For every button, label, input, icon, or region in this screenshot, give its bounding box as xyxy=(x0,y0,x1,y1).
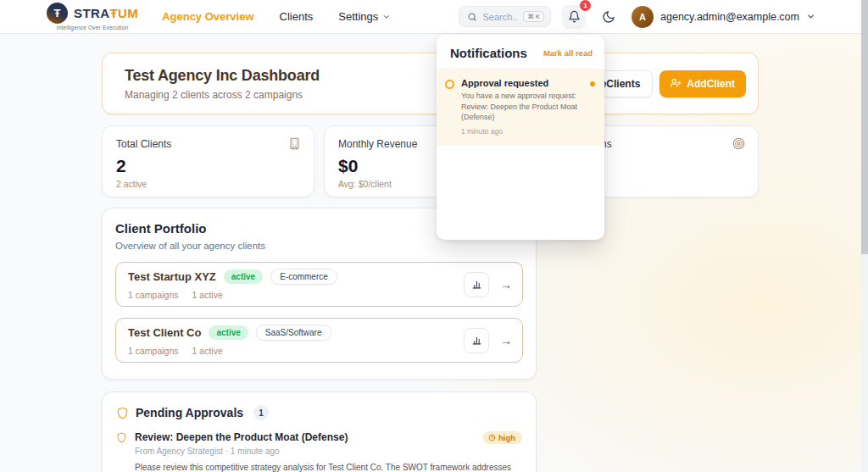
arrow-right-icon[interactable]: → xyxy=(500,278,512,292)
page-body: Test Agency Inc Dashboard Managing 2 cli… xyxy=(0,34,868,472)
building-icon xyxy=(288,137,301,150)
brand[interactable]: Ŧ STRAŦUM Intelligence Over Execution xyxy=(47,3,138,31)
client-analytics-button[interactable] xyxy=(464,272,489,297)
target-icon xyxy=(732,137,745,150)
search-input[interactable] xyxy=(482,12,518,22)
client-active-count: 1 active xyxy=(192,346,223,356)
top-bar: Ŧ STRAŦUM Intelligence Over Execution Ag… xyxy=(0,0,868,34)
nav-settings[interactable]: Settings xyxy=(338,10,391,23)
moon-icon xyxy=(602,10,615,24)
shield-icon xyxy=(116,432,127,443)
priority-badge: high xyxy=(483,431,522,444)
client-campaigns-count: 1 campaigns xyxy=(128,290,179,300)
notifications-count-badge: 1 xyxy=(580,0,591,11)
client-campaigns-count: 1 campaigns xyxy=(128,346,179,356)
avatar: A xyxy=(632,6,654,28)
client-name: Test Startup XYZ xyxy=(128,270,216,283)
notification-title: Approval requested xyxy=(461,78,580,88)
approval-meta: From Agency Strategist · 1 minute ago xyxy=(135,447,522,456)
approval-title: Review: Deepen the Product Moat (Defense… xyxy=(135,431,348,443)
search-box[interactable]: ⌘ K xyxy=(459,6,551,27)
account-email: agency.admin@example.com xyxy=(660,11,799,23)
approval-description: Please review this competitive strategy … xyxy=(135,462,518,472)
dashboard-header-card: Test Agency Inc Dashboard Managing 2 cli… xyxy=(102,53,759,114)
arrow-right-icon[interactable]: → xyxy=(500,334,512,347)
notifications-panel-title: Notifications xyxy=(450,46,527,60)
client-row-test-startup-xyz[interactable]: Test Startup XYZ active E-commerce 1 cam… xyxy=(115,262,523,307)
approval-item[interactable]: Review: Deepen the Product Moat (Defense… xyxy=(116,431,522,472)
approvals-title: Pending Approvals xyxy=(136,406,243,419)
chevron-down-icon xyxy=(806,12,815,21)
client-name: Test Client Co xyxy=(128,326,201,339)
bell-icon xyxy=(568,10,581,23)
approvals-count-badge: 1 xyxy=(253,405,269,420)
pending-approvals-card: Pending Approvals 1 Review: Deepen the P… xyxy=(102,391,537,472)
status-badge: active xyxy=(209,325,248,340)
logo-letter: Ŧ xyxy=(54,7,61,19)
notification-item[interactable]: Approval requested You have a new approv… xyxy=(437,69,604,146)
mark-all-read-button[interactable]: Mark all read xyxy=(543,48,593,58)
search-icon xyxy=(467,12,477,22)
notification-ring-icon xyxy=(445,80,454,89)
agency-dashboard-page: Ŧ STRAŦUM Intelligence Over Execution Ag… xyxy=(0,0,868,472)
scrollbar-track[interactable] xyxy=(861,0,868,472)
scrollbar-thumb[interactable] xyxy=(861,0,868,254)
stats-row: Total Clients 2 2 active Monthly Revenue… xyxy=(102,125,759,197)
page-subtitle: Managing 2 clients across 2 campaigns xyxy=(125,89,320,101)
add-client-button[interactable]: AddClient xyxy=(659,70,746,97)
client-row-test-client-co[interactable]: Test Client Co active SaaS/Software 1 ca… xyxy=(115,318,523,363)
bar-chart-icon xyxy=(471,335,482,346)
main-nav: Agency Overview Clients Settings xyxy=(162,10,391,23)
notification-description: You have a new approval request: Review:… xyxy=(461,91,580,123)
notification-time: 1 minute ago xyxy=(461,127,580,136)
brand-tagline: Intelligence Over Execution xyxy=(57,25,129,31)
chevron-down-icon xyxy=(382,13,391,21)
account-menu[interactable]: A agency.admin@example.com xyxy=(632,6,815,28)
stat-card-total-clients: Total Clients 2 2 active xyxy=(102,125,314,197)
user-plus-icon xyxy=(670,78,682,89)
brand-name: STRAŦUM xyxy=(74,6,138,20)
top-bar-actions: ⌘ K 1 A agency.admin@example.com xyxy=(459,5,815,29)
clock-icon xyxy=(488,434,496,441)
search-shortcut-kbd: ⌘ K xyxy=(523,11,544,23)
client-active-count: 1 active xyxy=(192,290,223,300)
nav-agency-overview[interactable]: Agency Overview xyxy=(162,10,253,23)
portfolio-subtitle: Overview of all your agency clients xyxy=(115,241,523,251)
nav-clients[interactable]: Clients xyxy=(280,10,314,23)
notifications-panel: Notifications Mark all read Approval req… xyxy=(437,35,604,240)
client-analytics-button[interactable] xyxy=(464,328,489,353)
dark-mode-toggle[interactable] xyxy=(597,5,620,29)
bar-chart-icon xyxy=(471,279,482,290)
stratum-logo-icon: Ŧ xyxy=(47,3,68,24)
status-badge: active xyxy=(224,269,263,284)
industry-badge: E-commerce xyxy=(270,269,337,285)
unread-dot xyxy=(590,81,595,86)
industry-badge: SaaS/Software xyxy=(256,325,331,341)
page-title: Test Agency Inc Dashboard xyxy=(125,67,320,85)
shield-icon xyxy=(116,407,129,419)
